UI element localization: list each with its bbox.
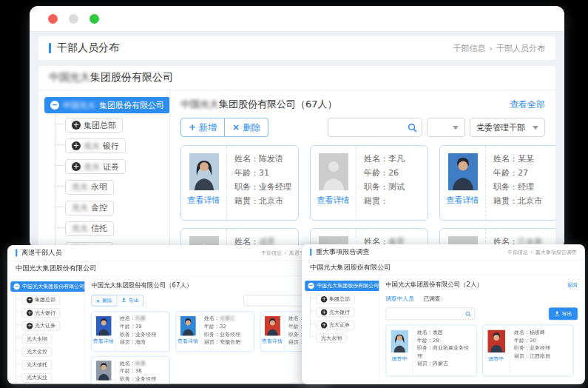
tree-item[interactable]: +光大证券 [22,321,61,331]
expand-plus-icon[interactable]: + [72,141,81,150]
tree-item-label: 集团总部 [329,295,350,303]
expand-plus-icon[interactable]: + [72,121,81,130]
org-tree: −中国光大集团股份有限公司+集团总部+光大银行+光大证券光大永明光大金控光大信托… [38,90,170,247]
field-label: 职务： [493,182,518,192]
expand-plus-icon[interactable]: + [72,162,81,171]
tree-item[interactable]: 光大金控 [22,347,53,357]
major-matters-window: 重大事项报告调查 干部信息 › 重大事项报告调查 中国光大集团股份有限公司 −中… [302,244,585,384]
tree-item[interactable]: +光大证券 [317,321,355,330]
add-button[interactable]: + 新增 [180,118,225,137]
view-detail-link[interactable]: 查看详情 [262,338,283,345]
expand-plus-icon[interactable]: + [321,310,327,315]
field-label: 年龄： [120,368,135,374]
expand-plus-icon[interactable]: + [321,322,327,328]
expand-plus-icon[interactable]: + [27,297,33,303]
breadcrumb-separator-icon: › [530,250,533,255]
breadcrumb: 干部信息 › 干部人员分布 [453,43,545,54]
back-link[interactable]: 返回 [567,281,578,289]
breadcrumb-item[interactable]: 干部信息 [261,250,282,257]
person-photo [265,316,280,336]
investigating-link[interactable]: 调查中 [488,355,504,363]
person-card-list-row2: 查看详情姓名：陈某年龄：36职务：业务经理籍贯：上海 [91,356,321,384]
expand-plus-icon[interactable]: + [27,323,33,329]
export-button[interactable]: 导出 [549,307,578,320]
person-field: 籍贯：内蒙古 [417,359,473,367]
title-accent-bar [49,43,51,53]
tree-root-node[interactable]: −中国光大集团股份有限公司 [10,281,85,292]
search-input[interactable] [328,118,408,136]
tree-item-label: 证券 [103,161,119,173]
view-detail-link[interactable]: 查看详情 [93,383,114,384]
tree-item[interactable]: +集团总部 [317,295,355,304]
view-detail-link[interactable]: 查看详情 [178,338,198,345]
delete-button[interactable]: × 删除 [91,295,117,306]
export-button[interactable]: 导出 [118,295,144,306]
expand-plus-icon[interactable]: + [27,310,33,316]
tree-node: +光大银行 [65,137,169,152]
tree-root-label: 中国光大集团股份有限公司 [22,283,84,290]
investigating-link[interactable]: 调查中 [391,355,407,363]
tab-under-investigation[interactable]: 调查中人员 [385,295,414,303]
tree-item-label: 光大银行 [35,310,55,317]
tree-item[interactable]: +集团总部 [22,295,61,305]
close-window-button[interactable] [48,14,58,24]
person-field: 籍贯：安徽合肥 [204,338,254,346]
person-field: 年龄：36 [120,367,169,375]
collapse-minus-icon[interactable]: − [13,284,19,290]
tree-node: 光大永明 [22,332,85,342]
tree-node: 光大信托 [22,358,85,368]
search-input[interactable] [386,308,465,319]
tree-root-label-redacted: 中国光大 [63,100,95,111]
tree-item[interactable]: 光大金控 [65,201,114,215]
view-detail-link[interactable]: 查看详情 [317,195,350,206]
page-header: 离退干部人员 干部信息 › 离退干部人员 [7,245,328,261]
tree-item[interactable]: 光大实业 [22,373,53,383]
tree-item[interactable]: +光大银行 [65,138,126,153]
field-label: 职务： [204,331,220,337]
collapse-minus-icon[interactable]: − [50,101,59,110]
tree-item[interactable]: +光大证券 [65,159,126,174]
person-card: 查看详情姓名：王某汇年龄：32职务：业务经理籍贯：安徽合肥 [176,312,254,352]
close-icon: × [96,298,101,304]
tree-item[interactable]: 光大信托 [65,221,114,236]
field-label: 籍贯： [120,384,135,384]
breadcrumb-item[interactable]: 干部信息 [453,43,486,54]
person-field: 姓名：杨俊峰 [514,328,570,336]
delete-button[interactable]: × 删除 [225,118,268,137]
person-photo [487,330,505,353]
person-card-list: 查看详情姓名：刘某年龄：39职务：业务经理籍贯：海南查看详情姓名：王某汇年龄：3… [91,312,321,352]
view-detail-link[interactable]: 查看详情 [188,195,220,206]
tree-item[interactable]: 光大信托 [22,360,53,369]
tree-item[interactable]: +集团总部 [65,118,123,133]
tree-item[interactable]: 光大永明 [317,333,347,343]
search-icon[interactable] [465,311,474,317]
view-all-link[interactable]: 查看全部 [510,98,545,111]
tree-root-node[interactable]: −中国光大集团股份有限公司 [305,281,379,291]
search-icon[interactable] [408,123,422,133]
expand-plus-icon[interactable]: + [321,296,327,302]
section-header: 中国光大集团股份有限公司（2人） 返回 [385,280,578,290]
tree-item[interactable]: 光大永明 [22,334,53,344]
minimize-window-button[interactable] [69,14,78,24]
view-detail-link[interactable]: 查看详情 [447,195,479,206]
cadre-type-select[interactable]: 党委管理干部 [470,118,545,137]
tree-item[interactable]: +光大银行 [22,308,61,318]
tree-item-label: 光大银行 [329,309,350,316]
tree-item-label: 光大证券 [35,322,55,330]
tree-item[interactable]: 光大永明 [65,180,114,195]
field-label: 职务： [234,182,259,192]
field-label: 姓名： [514,330,530,335]
maximize-window-button[interactable] [89,14,99,24]
field-value: 27 [518,168,528,178]
field-value: 32 [220,324,226,330]
breadcrumb-item[interactable]: 干部信息 [507,249,528,256]
tree-root-node[interactable]: −中国光大集团股份有限公司 [44,97,170,113]
tree-item[interactable]: +光大银行 [317,307,355,317]
view-detail-link[interactable]: 查看详情 [93,338,114,345]
tree-item-label: 永明 [91,181,107,193]
chevron-down-icon [533,126,538,130]
collapse-minus-icon[interactable]: − [308,283,314,289]
field-label: 籍贯： [364,196,388,206]
tab-investigated[interactable]: 已调查 [424,295,441,303]
filter-select[interactable] [427,118,465,137]
